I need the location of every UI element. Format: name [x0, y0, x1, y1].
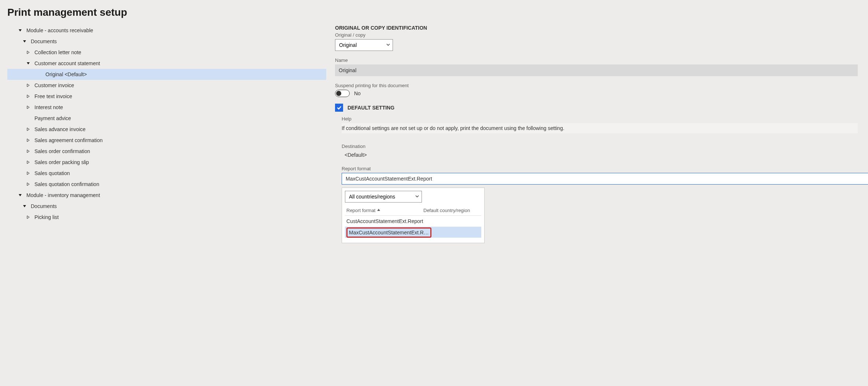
report-format-popup: All countries/regions Report format Defa…	[342, 188, 485, 243]
tree-interest-note[interactable]: Interest note	[7, 102, 326, 113]
svg-marker-9	[27, 150, 29, 153]
tree-sales-quotation-conf[interactable]: Sales quotation confirmation	[7, 179, 326, 190]
tree-sales-order-packing[interactable]: Sales order packing slip	[7, 157, 326, 168]
default-setting-checkbox[interactable]	[335, 104, 343, 112]
svg-marker-13	[19, 194, 22, 196]
tree-label: Sales quotation	[34, 170, 70, 176]
caret-right-icon[interactable]	[26, 50, 31, 55]
section-original-copy: ORIGINAL OR COPY IDENTIFICATION	[335, 25, 858, 31]
tree-original-default[interactable]: Original <Default>	[7, 69, 326, 80]
caret-right-icon[interactable]	[26, 182, 31, 187]
tree-sales-advance-invoice[interactable]: Sales advance invoice	[7, 124, 326, 135]
country-filter-dropdown[interactable]: All countries/regions	[345, 191, 422, 203]
tree-customer-account-statement[interactable]: Customer account statement	[7, 58, 326, 69]
caret-right-icon[interactable]	[26, 83, 31, 88]
tree-label: Free text invoice	[34, 93, 72, 99]
caret-down-icon[interactable]	[18, 28, 23, 33]
help-text: If conditional settings are not set up o…	[342, 123, 858, 133]
tree-label: Sales agreement confirmation	[34, 137, 103, 143]
tree-label: Customer account statement	[34, 60, 100, 66]
caret-down-icon[interactable]	[26, 61, 31, 66]
svg-marker-11	[27, 172, 29, 175]
tree-label: Original <Default>	[45, 71, 87, 77]
tree-sales-order-conf[interactable]: Sales order confirmation	[7, 146, 326, 157]
tree-module-ar[interactable]: Module - accounts receivable	[7, 25, 326, 36]
popup-col1-label: Report format	[346, 208, 375, 213]
svg-marker-15	[27, 216, 29, 219]
caret-right-icon[interactable]	[26, 215, 31, 220]
original-copy-value: Original	[339, 42, 357, 48]
destination-value[interactable]: <Default>	[342, 151, 858, 159]
svg-marker-1	[23, 40, 26, 42]
svg-marker-5	[27, 95, 29, 98]
svg-marker-2	[27, 51, 29, 54]
svg-marker-4	[27, 84, 29, 87]
tree-label: Customer invoice	[34, 82, 74, 88]
tree-label: Module - accounts receivable	[26, 27, 93, 33]
tree-label: Picking list	[34, 214, 59, 220]
name-field: Original	[335, 64, 858, 76]
report-format-label: Report format	[342, 166, 858, 171]
caret-right-icon[interactable]	[26, 94, 31, 99]
caret-right-icon[interactable]	[26, 149, 31, 154]
destination-label: Destination	[342, 144, 858, 149]
suspend-value: No	[354, 90, 361, 96]
caret-down-icon[interactable]	[22, 39, 27, 44]
page-title: Print management setup	[7, 4, 861, 25]
popup-option-maxcust[interactable]: MaxCustAccountStatementExt.R…	[345, 227, 481, 238]
caret-right-icon[interactable]	[26, 160, 31, 165]
form-pane: ORIGINAL OR COPY IDENTIFICATION Original…	[326, 25, 858, 250]
suspend-label: Suspend printing for this document	[335, 83, 858, 88]
popup-option-label: MaxCustAccountStatementExt.R…	[349, 230, 429, 235]
caret-right-icon[interactable]	[26, 138, 31, 143]
caret-right-icon[interactable]	[26, 171, 31, 176]
tree-payment-advice[interactable]: Payment advice	[7, 113, 326, 124]
help-label: Help	[342, 116, 858, 122]
country-filter-value: All countries/regions	[349, 194, 395, 200]
tree-label: Sales advance invoice	[34, 126, 85, 132]
report-format-input[interactable]	[342, 173, 868, 185]
tree-label: Payment advice	[34, 115, 71, 121]
tree-label: Module - inventory management	[26, 192, 100, 198]
tree-module-im[interactable]: Module - inventory management	[7, 190, 326, 201]
tree-label: Sales order confirmation	[34, 148, 90, 154]
tree-label: Documents	[31, 38, 57, 44]
tree-pane: Module - accounts receivable Documents C…	[7, 25, 326, 250]
suspend-toggle[interactable]	[335, 90, 350, 97]
tree-customer-invoice[interactable]: Customer invoice	[7, 80, 326, 91]
svg-marker-8	[27, 139, 29, 142]
name-label: Name	[335, 57, 858, 63]
sort-asc-icon	[377, 208, 380, 213]
popup-col-default-country[interactable]: Default country/region	[423, 208, 470, 213]
popup-option-label: CustAccountStatementExt.Report	[346, 218, 423, 224]
popup-option-cust[interactable]: CustAccountStatementExt.Report	[345, 216, 481, 227]
caret-down-icon[interactable]	[22, 204, 27, 209]
default-setting-label: DEFAULT SETTING	[347, 105, 394, 111]
tree-documents-ar[interactable]: Documents	[7, 36, 326, 47]
svg-marker-10	[27, 161, 29, 164]
svg-marker-7	[27, 128, 29, 131]
tree-label: Collection letter note	[34, 49, 81, 55]
caret-right-icon[interactable]	[26, 127, 31, 132]
tree-label: Sales order packing slip	[34, 159, 89, 165]
svg-marker-14	[23, 205, 26, 207]
tree-collection-letter-note[interactable]: Collection letter note	[7, 47, 326, 58]
svg-marker-16	[377, 209, 380, 211]
tree-picking-list[interactable]: Picking list	[7, 212, 326, 223]
tree-sales-agreement-conf[interactable]: Sales agreement confirmation	[7, 135, 326, 146]
tree-documents-im[interactable]: Documents	[7, 201, 326, 212]
tree-sales-quotation[interactable]: Sales quotation	[7, 168, 326, 179]
svg-marker-3	[27, 62, 30, 64]
nav-tree: Module - accounts receivable Documents C…	[7, 25, 326, 223]
chevron-down-icon	[386, 42, 390, 48]
tree-free-text-invoice[interactable]: Free text invoice	[7, 91, 326, 102]
tree-label: Sales quotation confirmation	[34, 181, 99, 187]
highlight-box: MaxCustAccountStatementExt.R…	[346, 227, 431, 238]
popup-col-report-format[interactable]: Report format	[346, 208, 423, 213]
chevron-down-icon	[415, 194, 419, 200]
original-copy-label: Original / copy	[335, 32, 858, 38]
caret-right-icon[interactable]	[26, 105, 31, 110]
svg-marker-6	[27, 106, 29, 109]
original-copy-dropdown[interactable]: Original	[335, 39, 393, 51]
caret-down-icon[interactable]	[18, 193, 23, 198]
